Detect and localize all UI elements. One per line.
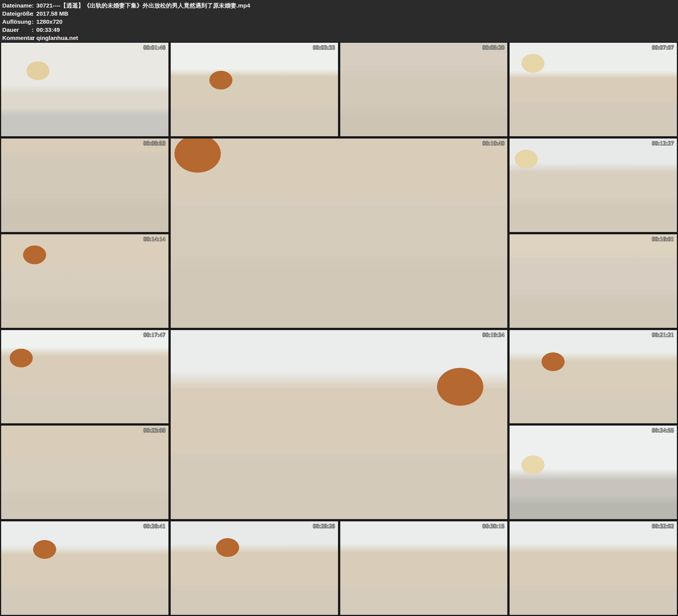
metadata-value-filename: 30721----【逍遥】《出轨的未婚妻下集》外出放松的男人竟然遇到了原未婚妻.… — [36, 1, 250, 9]
metadata-value-resolution: 1280x720 — [36, 17, 62, 26]
timestamp-overlay: 00:17:47 — [144, 332, 166, 338]
metadata-separator: : — [29, 34, 36, 42]
video-thumbnail-large: 00:19:34 — [171, 330, 508, 519]
metadata-value-filesize: 2017.58 MB — [36, 9, 68, 17]
timestamp-overlay: 00:14:14 — [144, 236, 166, 242]
video-thumbnail: 00:01:46 — [1, 42, 169, 137]
timestamp-overlay: 00:08:53 — [144, 140, 166, 147]
metadata-label: Dateiname — [2, 1, 29, 9]
timestamp-overlay: 00:30:15 — [483, 523, 504, 530]
metadata-row-resolution: Auflösung : 1280x720 — [2, 17, 678, 26]
video-thumbnail: 00:23:08 — [1, 425, 169, 519]
metadata-row-duration: Dauer : 00:33:49 — [2, 26, 678, 34]
video-thumbnail: 00:08:53 — [1, 138, 169, 232]
timestamp-overlay: 00:03:33 — [313, 44, 335, 51]
timestamp-overlay: 00:26:41 — [144, 523, 166, 530]
timestamp-overlay: 00:01:46 — [144, 44, 166, 51]
video-thumbnail: 00:24:55 — [509, 425, 677, 519]
video-thumbnail: 00:26:41 — [1, 521, 169, 615]
video-thumbnail: 00:12:27 — [509, 138, 677, 232]
metadata-separator: : — [29, 26, 36, 34]
metadata-separator: : — [29, 1, 36, 9]
video-thumbnail: 00:07:07 — [509, 42, 677, 137]
thumbnail-grid: 00:01:46 00:03:33 00:05:20 00:07:07 00:0… — [1, 42, 677, 615]
metadata-separator: : — [29, 9, 36, 17]
timestamp-overlay: 00:24:55 — [652, 427, 674, 434]
video-thumbnail: 00:14:14 — [1, 234, 169, 328]
metadata-row-filesize: Dateigröße : 2017.58 MB — [2, 9, 678, 17]
timestamp-overlay: 00:21:21 — [652, 332, 674, 338]
video-thumbnail: 00:17:47 — [1, 330, 169, 424]
video-thumbnail: 00:16:01 — [509, 234, 677, 328]
metadata-value-comment: qinglanhua.net — [36, 34, 78, 42]
contact-sheet-page: Dateiname : 30721----【逍遥】《出轨的未婚妻下集》外出放松的… — [0, 0, 678, 616]
file-metadata-header: Dateiname : 30721----【逍遥】《出轨的未婚妻下集》外出放松的… — [0, 0, 678, 42]
timestamp-overlay: 00:12:27 — [652, 140, 674, 147]
video-thumbnail: 00:05:20 — [340, 42, 508, 137]
video-thumbnail: 00:03:33 — [171, 42, 338, 137]
video-thumbnail: 00:21:21 — [509, 330, 677, 424]
timestamp-overlay: 00:19:34 — [483, 332, 504, 338]
timestamp-overlay: 00:23:08 — [144, 427, 166, 434]
timestamp-overlay: 00:32:02 — [652, 523, 674, 530]
metadata-row-filename: Dateiname : 30721----【逍遥】《出轨的未婚妻下集》外出放松的… — [2, 1, 678, 9]
video-thumbnail: 00:28:28 — [171, 521, 338, 615]
video-thumbnail-large: 00:10:40 — [171, 138, 508, 328]
timestamp-overlay: 00:16:01 — [652, 236, 674, 242]
video-thumbnail: 00:30:15 — [340, 521, 508, 615]
video-thumbnail: 00:32:02 — [509, 521, 677, 615]
metadata-row-comment: Kommentar : qinglanhua.net — [2, 34, 678, 42]
timestamp-overlay: 00:10:40 — [483, 140, 504, 147]
timestamp-overlay: 00:28:28 — [313, 523, 335, 530]
timestamp-overlay: 00:07:07 — [652, 44, 674, 51]
metadata-value-duration: 00:33:49 — [36, 26, 60, 34]
metadata-label: Dateigröße — [2, 9, 29, 17]
metadata-label: Dauer — [2, 26, 29, 34]
metadata-label: Auflösung — [2, 17, 29, 26]
timestamp-overlay: 00:05:20 — [483, 44, 504, 51]
metadata-separator: : — [29, 17, 36, 26]
metadata-label: Kommentar — [2, 34, 29, 42]
